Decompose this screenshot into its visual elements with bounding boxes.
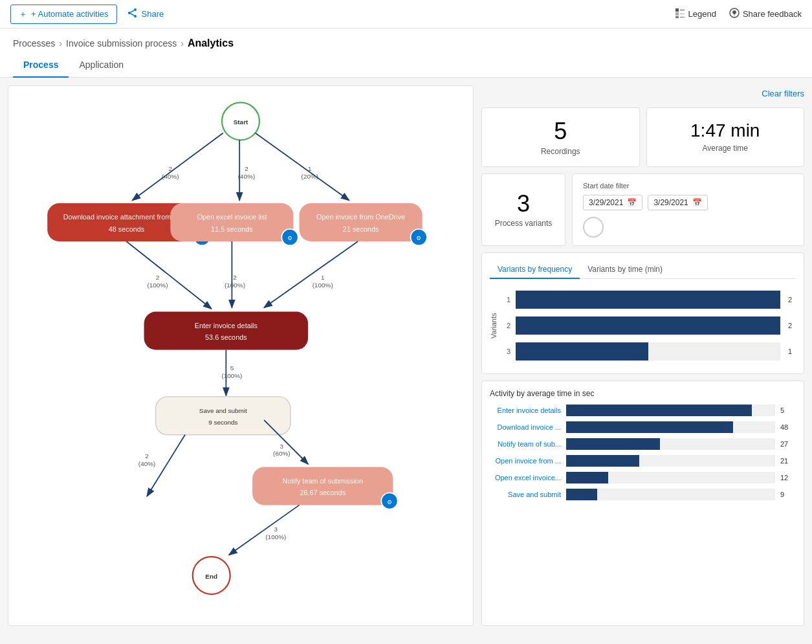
bar-outer-3: [516, 342, 780, 361]
edge-pct-6: (100%): [313, 282, 333, 289]
date-filter-label: Start date filter: [583, 182, 793, 190]
bar-row-1: 1 2: [500, 291, 796, 309]
edge-pct-4: (100%): [147, 282, 168, 289]
breadcrumb-sep-1: ›: [59, 38, 62, 49]
date-end-input[interactable]: 3/29/2021 📅: [648, 195, 707, 210]
legend-button[interactable]: Legend: [675, 8, 716, 20]
variants-value: 3: [517, 191, 530, 217]
clear-filters-button[interactable]: Clear filters: [762, 89, 804, 98]
bar-outer-1: [516, 291, 780, 309]
feedback-icon: [729, 8, 740, 20]
onedrive-badge-icon: ⚙: [416, 235, 421, 241]
variants-bar-chart: 1 2 2 2 3: [500, 285, 796, 366]
edge-pct-1: (40%): [162, 173, 179, 180]
top-right-actions: Legend Share feedback: [675, 8, 802, 20]
svg-rect-10: [680, 17, 685, 17]
edge-pct-8: (60%): [273, 450, 291, 457]
enter-sublabel: 53.6 seconds: [205, 333, 247, 341]
svg-rect-6: [675, 12, 679, 16]
tab-process[interactable]: Process: [13, 53, 69, 78]
bar-fill-1: [516, 291, 780, 309]
activity-bar-outer-download: [566, 421, 775, 433]
variants-chart-card: Variants by frequency Variants by time (…: [481, 252, 804, 374]
edge-label-1: 2: [169, 165, 173, 172]
tab-variants-frequency[interactable]: Variants by frequency: [490, 261, 580, 279]
activity-bar-fill-notify: [566, 438, 660, 450]
date-inputs-row: 3/29/2021 📅 3/29/2021 📅: [583, 195, 793, 210]
activity-bar-outer-onedrive: [566, 455, 775, 467]
excel-node[interactable]: [170, 203, 293, 241]
edge-label-7: 5: [230, 364, 234, 372]
date-start-value: 3/29/2021: [589, 198, 623, 207]
onedrive-sublabel: 21 seconds: [343, 225, 379, 233]
breadcrumb: Processes › Invoice submission process ›…: [0, 28, 812, 53]
date-filter-toggle[interactable]: [583, 217, 604, 238]
activity-bar-outer-save: [566, 489, 775, 500]
svg-rect-5: [675, 8, 679, 12]
svg-point-2: [134, 15, 137, 17]
share-button[interactable]: Share: [127, 8, 164, 20]
edge-pct-2: (40%): [238, 173, 256, 180]
activity-row-excel: Open excel invoice... 12: [490, 472, 796, 483]
activity-chart-card: Activity by average time in sec Enter in…: [481, 381, 804, 626]
share-icon: [127, 8, 138, 20]
activity-bar-outer-excel: [566, 472, 775, 483]
edge-start-onedrive: [256, 133, 349, 200]
bar-row-3: 3 1: [500, 342, 796, 361]
notify-sublabel: 26.67 seconds: [300, 489, 346, 496]
edge-pct-5: (100%): [225, 282, 245, 289]
save-node[interactable]: [156, 397, 291, 435]
activity-bar-fill-onedrive: [566, 455, 639, 467]
feedback-button[interactable]: Share feedback: [729, 8, 802, 20]
svg-point-1: [128, 12, 131, 14]
svg-rect-9: [680, 14, 685, 14]
svg-point-0: [134, 8, 137, 11]
date-start-input[interactable]: 3/29/2021 📅: [583, 195, 642, 210]
activity-bar-fill-enter: [566, 405, 752, 416]
tab-variants-time[interactable]: Variants by time (min): [580, 261, 670, 279]
svg-line-3: [130, 10, 134, 12]
top-bar: ＋ + Automate activities Share Legend Sha…: [0, 0, 812, 28]
variants-date-row: 3 Process variants Start date filter 3/2…: [481, 173, 804, 246]
edge-start-download: [132, 133, 223, 200]
main-content: Start 2 (40%) 2 (40%) 1 (20%) Download i…: [0, 78, 812, 634]
feedback-label: Share feedback: [743, 9, 802, 19]
edge-label-9: 2: [145, 452, 149, 460]
activity-bar-outer-enter: [566, 405, 775, 416]
bar-row-2: 2 2: [500, 316, 796, 335]
activity-row-onedrive: Open invoice from ... 21: [490, 455, 796, 467]
activity-row-enter: Enter invoice details 5: [490, 405, 796, 416]
automate-button[interactable]: ＋ + Automate activities: [10, 5, 117, 24]
activity-bar-outer-notify: [566, 438, 775, 450]
edge-pct-3: (20%): [302, 173, 319, 180]
plus-icon: ＋: [19, 8, 27, 20]
bar-fill-2: [516, 316, 780, 335]
edge-label-2: 2: [245, 165, 248, 172]
breadcrumb-processes[interactable]: Processes: [13, 38, 55, 49]
excel-label: Open excel invoice list: [197, 213, 267, 221]
clear-filters-label: Clear filters: [762, 89, 804, 98]
activity-bar-fill-excel: [566, 472, 608, 483]
activity-row-notify: Notify team of sub... 27: [490, 438, 796, 450]
calendar-icon-end: 📅: [692, 198, 702, 207]
svg-rect-12: [734, 16, 734, 16]
breadcrumb-invoice-process[interactable]: Invoice submission process: [66, 38, 177, 49]
save-label: Save and submit: [199, 407, 247, 414]
tab-application[interactable]: Application: [69, 53, 134, 78]
clear-filters-row: Clear filters: [481, 85, 804, 101]
bar-fill-3: [516, 342, 648, 361]
onedrive-node[interactable]: [300, 203, 422, 241]
notify-node[interactable]: [252, 467, 393, 505]
edge-label-5: 2: [233, 274, 237, 281]
enter-node[interactable]: [144, 312, 309, 350]
chart-tabs: Variants by frequency Variants by time (…: [490, 261, 796, 279]
edge-label-10: 3: [274, 526, 278, 533]
legend-label: Legend: [688, 9, 716, 19]
variants-chart-wrapper: Variants 1 2 2 2: [490, 285, 796, 366]
edge-label-6: 1: [321, 274, 325, 281]
analytics-panel: Clear filters 5 Recordings 1:47 min Aver…: [481, 85, 804, 626]
share-label: Share: [142, 9, 164, 19]
legend-icon: [675, 8, 685, 20]
edge-label-4: 2: [156, 274, 160, 281]
bar-outer-2: [516, 316, 780, 335]
